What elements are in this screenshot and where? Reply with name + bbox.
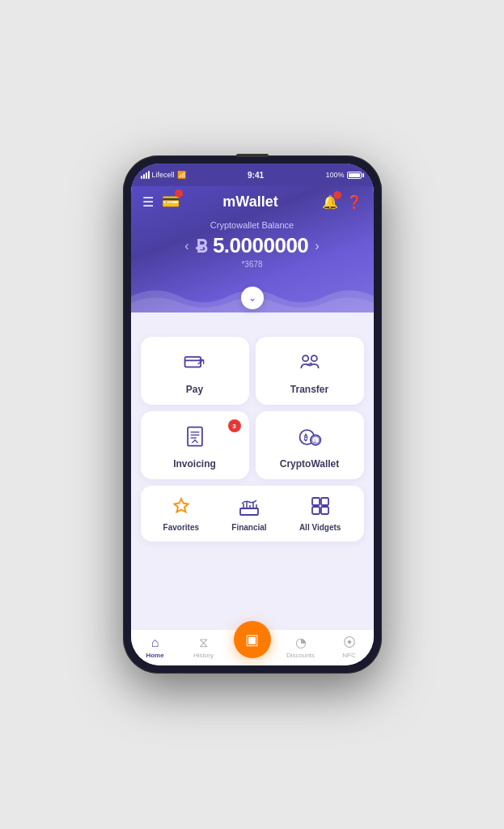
- grid-icon: [310, 495, 331, 520]
- notification-button[interactable]: 🔔: [322, 194, 338, 210]
- app-title: mWallet: [222, 193, 277, 210]
- expand-button[interactable]: ⌄: [241, 287, 264, 309]
- balance-area: Cryptowallet Balance ‹ Ƀ 5.0000000 › *36…: [131, 217, 374, 277]
- balance-label: Cryptowallet Balance: [147, 220, 358, 230]
- header-section: Lifecell 📶 9:41 100%: [131, 164, 374, 312]
- transfer-label: Transfer: [290, 384, 328, 395]
- cryptowallet-button[interactable]: ₿ Ξ CryptoWallet: [256, 411, 364, 479]
- bell-badge: [333, 191, 341, 199]
- signal-bar-1: [141, 176, 142, 179]
- all-widgets-label: All Vidgets: [299, 523, 341, 532]
- balance-value: 5.0000000: [213, 233, 308, 257]
- signal-bars: [141, 171, 150, 179]
- pay-label: Pay: [186, 384, 203, 395]
- next-wallet-button[interactable]: ›: [315, 239, 319, 253]
- transfer-button[interactable]: Transfer: [256, 337, 364, 405]
- nfc-icon: ⦿: [343, 636, 356, 650]
- status-left: Lifecell 📶: [141, 171, 186, 179]
- wave-area: ⌄: [131, 280, 374, 312]
- discounts-label: Discounts: [286, 652, 315, 659]
- menu-button[interactable]: ☰: [142, 194, 154, 210]
- home-indicator: [228, 660, 277, 662]
- transfer-icon: [297, 350, 323, 379]
- account-mask: *3678: [147, 260, 358, 269]
- main-content: Pay Transfer: [131, 312, 374, 629]
- signal-bar-2: [143, 174, 145, 179]
- currency-symbol: Ƀ: [196, 236, 208, 257]
- shortcut-row: Favorites Financial: [141, 486, 364, 542]
- scan-icon: ▣: [245, 631, 259, 648]
- top-nav: ☰ 💳 mWallet 🔔 ❓: [131, 186, 374, 217]
- invoicing-label: Invoicing: [173, 458, 216, 470]
- financial-label: Financial: [231, 523, 266, 532]
- discounts-icon: ◔: [295, 635, 307, 650]
- svg-text:₿: ₿: [303, 433, 307, 442]
- wifi-icon: 📶: [177, 171, 186, 179]
- svg-rect-4: [188, 427, 202, 446]
- svg-rect-13: [240, 508, 258, 515]
- help-button[interactable]: ❓: [346, 194, 362, 210]
- favorites-icon: [171, 495, 192, 520]
- nav-home[interactable]: ⌂ Home: [131, 636, 180, 659]
- financial-button[interactable]: Financial: [231, 495, 266, 532]
- phone-frame: Lifecell 📶 9:41 100%: [123, 155, 382, 674]
- svg-rect-0: [184, 357, 201, 367]
- financial-icon: [239, 495, 260, 520]
- history-label: History: [193, 652, 214, 659]
- nav-history[interactable]: ⧖ History: [180, 636, 228, 659]
- home-label: Home: [146, 652, 163, 659]
- invoicing-badge: 3: [228, 419, 241, 432]
- signal-bar-3: [146, 172, 147, 179]
- invoicing-button[interactable]: 3 Invoicing: [141, 411, 249, 479]
- app-screen: Lifecell 📶 9:41 100%: [131, 164, 374, 665]
- carrier-name: Lifecell: [152, 171, 175, 179]
- pay-button[interactable]: Pay: [141, 337, 249, 405]
- all-widgets-button[interactable]: All Vidgets: [299, 495, 341, 532]
- status-bar: Lifecell 📶 9:41 100%: [131, 164, 374, 186]
- battery-percent: 100%: [325, 171, 344, 179]
- home-icon: ⌂: [151, 636, 159, 650]
- favorites-button[interactable]: Favorites: [163, 495, 199, 532]
- favorites-label: Favorites: [163, 523, 199, 532]
- nav-right: 🔔 ❓: [322, 194, 362, 210]
- svg-rect-17: [321, 507, 328, 514]
- cryptowallet-icon: ₿ Ξ: [297, 424, 323, 453]
- nav-nfc[interactable]: ⦿ NFC: [325, 636, 374, 659]
- svg-rect-14: [312, 498, 320, 505]
- nav-discounts[interactable]: ◔ Discounts: [277, 635, 325, 659]
- invoicing-icon: [182, 424, 208, 453]
- signal-bar-4: [148, 171, 150, 179]
- battery-icon: [347, 172, 364, 179]
- card-button[interactable]: 💳: [162, 193, 180, 210]
- battery-tip: [362, 173, 364, 177]
- status-time: 9:41: [248, 171, 264, 180]
- balance-amount: Ƀ 5.0000000: [196, 233, 309, 258]
- svg-point-3: [311, 355, 316, 361]
- svg-rect-16: [312, 507, 320, 514]
- card-badge: [175, 189, 183, 198]
- action-grid: Pay Transfer: [141, 337, 364, 479]
- history-icon: ⧖: [199, 636, 208, 650]
- pay-icon: [182, 350, 208, 379]
- phone-screen: Lifecell 📶 9:41 100%: [131, 164, 374, 665]
- svg-rect-15: [321, 498, 328, 505]
- chevron-down-icon: ⌄: [248, 292, 256, 304]
- nav-left: ☰ 💳: [142, 193, 180, 210]
- battery-fill: [349, 173, 360, 177]
- cryptowallet-label: CryptoWallet: [280, 458, 340, 470]
- prev-wallet-button[interactable]: ‹: [184, 239, 188, 253]
- nfc-label: NFC: [342, 652, 355, 659]
- status-right: 100%: [325, 171, 363, 179]
- svg-text:Ξ: Ξ: [313, 438, 316, 444]
- svg-point-2: [303, 355, 308, 361]
- scan-button[interactable]: ▣: [234, 621, 271, 658]
- nav-scan: ▣: [228, 636, 277, 658]
- balance-row: ‹ Ƀ 5.0000000 ›: [147, 233, 358, 258]
- speaker: [236, 154, 269, 157]
- battery-body: [347, 172, 362, 179]
